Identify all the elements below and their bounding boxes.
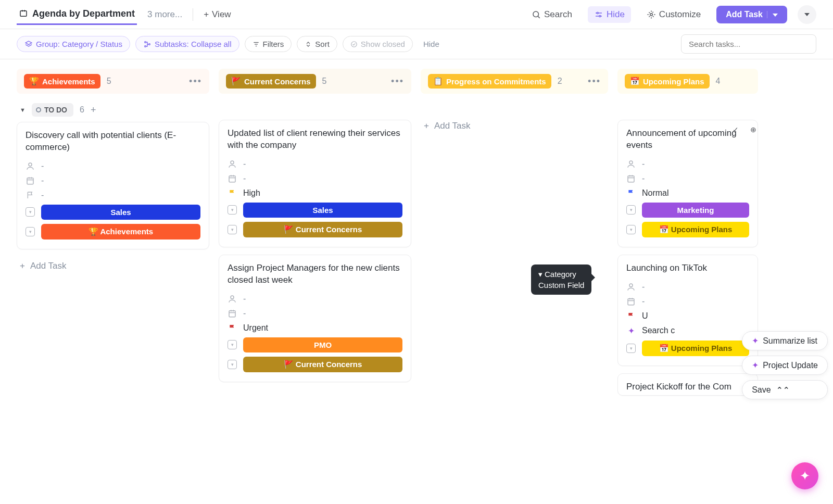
card-title: Discovery call with potential clients (E…: [26, 130, 200, 154]
task-card[interactable]: Assign Project Managers for the new clie…: [219, 255, 411, 382]
sparkle-icon: ✦: [752, 360, 759, 370]
more-menu-button[interactable]: [798, 5, 816, 24]
task-card[interactable]: Updated list of client renewing their se…: [219, 120, 411, 247]
chevron-up-icon: ⌄⌄: [776, 385, 790, 395]
task-card[interactable]: Discovery call with potential clients (E…: [17, 122, 209, 249]
date-row[interactable]: -: [228, 306, 402, 321]
category-row[interactable]: ▾📅 Upcoming Plans: [626, 338, 749, 358]
chip-summarize[interactable]: ✦Summarize list: [742, 331, 828, 350]
assignee-row[interactable]: -: [228, 157, 402, 171]
add-task-link[interactable]: + Add Task: [17, 257, 209, 275]
add-task-button[interactable]: Add Task: [716, 6, 787, 23]
chip-update[interactable]: ✦Project Update: [742, 356, 828, 375]
column-badge: 🚩 Current Concerns: [226, 74, 316, 89]
dropdown-icon: ▾: [228, 360, 237, 369]
add-view-button[interactable]: + View: [204, 9, 231, 20]
column-header[interactable]: 🏆 Achievements 5 •••: [17, 69, 209, 94]
svg-point-5: [597, 12, 598, 14]
dept-row[interactable]: ▾PMO: [228, 335, 402, 355]
subtasks-icon: [143, 40, 152, 48]
category-row[interactable]: ▾ 🏆 Achievements: [26, 222, 200, 242]
search-row[interactable]: ✦Search c: [626, 323, 749, 338]
calendar-icon: [26, 176, 35, 185]
customize-button[interactable]: Customize: [641, 6, 706, 23]
column-upcoming: 📅 Upcoming Plans 4 ✓ ⊕ Announcement of u…: [617, 69, 758, 403]
dropdown-icon: ▾: [626, 344, 636, 353]
search-input[interactable]: [681, 34, 816, 54]
subtasks-pill[interactable]: Subtasks: Collapse all: [135, 36, 239, 52]
svg-point-1: [533, 11, 539, 17]
add-icon[interactable]: ⊕: [747, 123, 758, 136]
dropdown-icon: ▾: [228, 205, 237, 215]
svg-line-2: [538, 16, 539, 18]
status-pill[interactable]: TO DO: [32, 103, 73, 117]
user-icon: [626, 159, 636, 169]
date-row[interactable]: -: [626, 294, 749, 309]
category-row[interactable]: ▾🚩 Current Concerns: [228, 220, 402, 240]
sparkle-icon: ✦: [752, 336, 759, 346]
date-row[interactable]: -: [626, 171, 749, 186]
add-status-icon[interactable]: +: [91, 105, 96, 116]
search-button[interactable]: Search: [526, 6, 577, 23]
dropdown-icon: ▾: [26, 207, 35, 217]
group-pill[interactable]: Group: Category / Status: [17, 36, 130, 52]
hide-button[interactable]: Hide: [588, 6, 631, 23]
pin-icon: [19, 9, 28, 18]
filters-button[interactable]: Filters: [245, 36, 292, 52]
assignee-row[interactable]: -: [626, 280, 749, 294]
chevron-down-icon[interactable]: [767, 11, 778, 18]
collapse-icon[interactable]: ▼: [20, 107, 26, 113]
dropdown-icon: ▾: [626, 225, 636, 234]
task-card[interactable]: Project Kickoff for the Com: [617, 373, 758, 396]
column-header[interactable]: 📅 Upcoming Plans 4: [617, 69, 758, 94]
svg-point-10: [145, 45, 146, 47]
task-card[interactable]: Launching on TikTok - - U ✦Search c ▾📅 U…: [617, 255, 758, 366]
more-views[interactable]: 3 more...: [147, 9, 182, 20]
user-icon: [626, 282, 636, 292]
column-count: 5: [107, 77, 111, 86]
column-menu[interactable]: •••: [391, 76, 404, 87]
assignee-row[interactable]: -: [26, 159, 200, 173]
check-circle-icon: [350, 41, 358, 48]
assignee-row[interactable]: -: [626, 157, 749, 171]
ai-chips: ✦Summarize list ✦Project Update Save⌄⌄: [742, 331, 828, 399]
status-dot-icon: [36, 107, 41, 112]
chip-save[interactable]: Save⌄⌄: [742, 380, 828, 399]
column-badge: 📋 Progress on Commitments: [428, 74, 551, 89]
column-menu[interactable]: •••: [588, 76, 601, 87]
date-row[interactable]: -: [228, 171, 402, 186]
svg-rect-27: [229, 311, 235, 317]
column-header[interactable]: 🚩 Current Concerns 5 •••: [219, 69, 411, 94]
priority-row[interactable]: U: [626, 309, 749, 323]
priority-row[interactable]: Urgent: [228, 321, 402, 335]
category-row[interactable]: ▾🚩 Current Concerns: [228, 355, 402, 374]
dept-row[interactable]: ▾Sales: [228, 200, 402, 220]
column-badge: 📅 Upcoming Plans: [625, 74, 710, 89]
priority-row[interactable]: High: [228, 186, 402, 200]
flag-icon: [626, 189, 636, 197]
check-icon[interactable]: ✓: [729, 123, 742, 136]
category-row[interactable]: ▾📅 Upcoming Plans: [626, 220, 749, 240]
column-concerns: 🚩 Current Concerns 5 ••• Updated list of…: [219, 69, 411, 403]
dropdown-icon: ▾: [228, 340, 237, 349]
dept-row[interactable]: ▾Marketing: [626, 200, 749, 220]
user-icon: [26, 161, 35, 171]
column-count: 5: [322, 77, 327, 86]
priority-row[interactable]: Normal: [626, 186, 749, 200]
hide-link[interactable]: Hide: [423, 40, 439, 48]
column-menu[interactable]: •••: [189, 76, 202, 87]
date-row[interactable]: -: [26, 173, 200, 188]
assignee-row[interactable]: -: [228, 292, 402, 306]
column-header[interactable]: 📋 Progress on Commitments 2 •••: [421, 69, 608, 94]
priority-row[interactable]: -: [26, 188, 200, 203]
svg-rect-17: [27, 178, 33, 184]
svg-point-21: [231, 161, 234, 164]
add-task-link[interactable]: + Add Task: [421, 120, 608, 135]
svg-point-11: [149, 43, 150, 45]
task-card[interactable]: ✓ ⊕ Announcement of upcoming events - - …: [617, 120, 758, 247]
show-closed-button[interactable]: Show closed: [343, 36, 413, 52]
sort-button[interactable]: Sort: [297, 36, 337, 52]
view-title[interactable]: Agenda by Department: [17, 4, 137, 25]
svg-point-16: [29, 163, 32, 166]
dept-row[interactable]: ▾ Sales: [26, 203, 200, 222]
